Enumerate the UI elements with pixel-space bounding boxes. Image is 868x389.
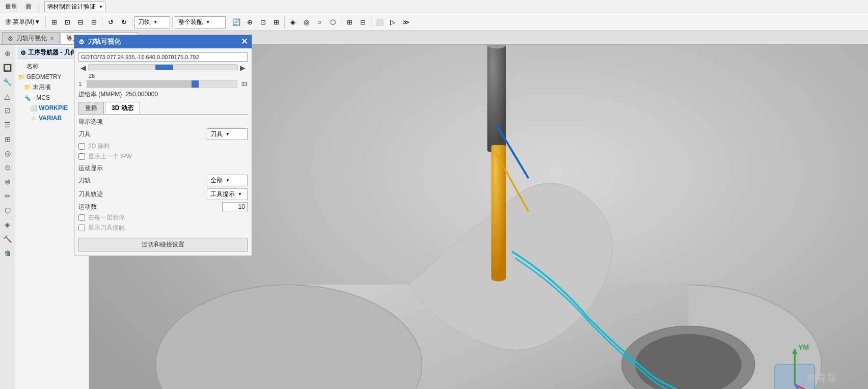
tab-toolpath-close[interactable]: ✕ (50, 36, 54, 41)
menu-main[interactable]: 雪·菜单(M)▼ (2, 17, 43, 27)
motion-count-row: 运动数 (78, 202, 248, 211)
sidebar-icon-1[interactable]: ⊕ (1, 47, 14, 60)
nav-header-text: 工序导航器 - 几何 (28, 48, 76, 57)
motion-count-input[interactable] (222, 202, 248, 211)
toolbar-btn-1[interactable]: ⊞ (48, 16, 60, 29)
watermark-text: 教育版 (807, 372, 837, 384)
sidebar-icon-3[interactable]: △ (1, 90, 14, 103)
dialog-title-text: 刀轨可视化 (88, 37, 121, 46)
app-title-dropdown[interactable]: 增材制造设计验证 (44, 2, 105, 12)
nav-workpie-label: WORKPIE (39, 104, 68, 112)
toolbar-btn-4[interactable]: ⊞ (88, 16, 100, 29)
sep1 (45, 17, 46, 28)
sidebar-icon-12[interactable]: ◈ (1, 218, 14, 231)
checkbox-ipw-input[interactable] (78, 153, 85, 160)
toolbar-btn-11[interactable]: ◈ (287, 16, 299, 29)
face-dropdown[interactable]: 面 (23, 2, 34, 12)
sidebar-icon-11[interactable]: ⬡ (1, 204, 14, 217)
toolpath-dropdown[interactable]: 刀轨 (134, 16, 170, 29)
dialog-close-btn[interactable]: ✕ (241, 38, 248, 46)
checkbox-2d-input[interactable] (78, 143, 85, 150)
toolbar-btn-3[interactable]: ⊟ (74, 16, 87, 29)
tab-3d-dynamic[interactable]: 3D 动态 (105, 102, 140, 114)
toolbar-btn-8[interactable]: ⊕ (243, 16, 256, 29)
h-scroll-track[interactable] (88, 64, 238, 70)
h-scroll-thumb (155, 65, 173, 70)
nav-unused-icon: 📁 (23, 84, 32, 92)
nav-geometry-icon: 📁 (17, 73, 25, 81)
checkbox-pause-row: 在每一层暂停 (78, 213, 248, 222)
tool-trace-dropdown[interactable]: 工具提示 (207, 188, 248, 200)
toolbar-btn-10[interactable]: ⊞ (270, 16, 282, 29)
toolbar-btn-19[interactable]: ≫ (400, 16, 412, 29)
sep7 (341, 17, 341, 28)
top-bar: 量里 面 增材制造设计验证 (0, 0, 868, 14)
sidebar-icon-8[interactable]: ⊙ (1, 161, 14, 174)
toolbar-btn-17[interactable]: ⬜ (373, 16, 386, 29)
sidebar-icon-5[interactable]: ☰ (1, 118, 14, 131)
scroll-right-btn[interactable]: ▶ (238, 64, 248, 72)
sep3 (132, 17, 132, 28)
nav-workpie-icon: ⬜ (30, 104, 38, 112)
sep8 (371, 17, 371, 28)
checkbox-pause-input[interactable] (78, 214, 85, 221)
sidebar-icon-13[interactable]: 🔨 (1, 232, 14, 245)
checkbox-2d-label: 2D 除料 (88, 142, 110, 151)
toolbar-btn-15[interactable]: ⊞ (343, 16, 356, 29)
toolbar-btn-7[interactable]: 🔄 (230, 16, 242, 29)
checkbox-contact-input[interactable] (78, 225, 85, 231)
nav-geometry-label: GEOMETRY (26, 73, 61, 80)
dialog-tabs: 重播 3D 动态 (78, 102, 248, 115)
dialog-body: GOTO/73.077,24.935,-16.640,0.0070175,0.7… (74, 48, 252, 256)
toolbar-btn-5[interactable]: ↺ (104, 16, 117, 29)
slider-max-label: 33 (239, 81, 248, 87)
toolbar-btn-13[interactable]: ○ (313, 16, 326, 29)
display-section-label: 显示选项 (78, 118, 248, 126)
tool-tip (491, 275, 506, 282)
dialog-title-left: ⚙ 刀轨可视化 (78, 37, 121, 46)
toolbar-btn-16[interactable]: ⊟ (357, 16, 369, 29)
nav-variab-label: VARIAB (39, 115, 62, 122)
tool-dropdown[interactable]: 刀具 (207, 128, 248, 140)
toolpath-dropdown-small[interactable]: 全部 (207, 175, 248, 186)
goto-text-field[interactable]: GOTO/73.077,24.935,-16.640,0.0070175,0.7… (78, 52, 248, 62)
sidebar-icon-4[interactable]: ⊡ (1, 104, 14, 117)
toolbar-btn-9[interactable]: ⊡ (257, 16, 269, 29)
toolbar-btn-6[interactable]: ↻ (118, 16, 130, 29)
checkbox-ipw-row: 显示上一个 IPW (78, 152, 248, 161)
sidebar-icons: ⊕ 🔲 🔧 △ ⊡ ☰ ⊞ ◎ ⊙ ⊜ ✏ ⬡ ◈ 🔨 🗑 (0, 45, 15, 389)
slider-thumb[interactable] (192, 80, 199, 88)
sidebar-icon-6[interactable]: ⊞ (1, 132, 14, 146)
nav-variab-icon: ⚠ (30, 114, 38, 122)
checkbox-contact-row: 显示刀具接触 (78, 224, 248, 232)
motion-count-label: 运动数 (78, 203, 97, 211)
dialog-title-bar[interactable]: ⚙ 刀轨可视化 ✕ (74, 35, 252, 48)
nav-name-icon (17, 63, 25, 71)
nav-mcs-label: - MCS (33, 94, 50, 101)
tab-toolpath-vis[interactable]: ⚙ 刀轨可视化 ✕ (2, 32, 60, 44)
slider-track[interactable] (87, 80, 237, 88)
tool-row: 刀具 刀具 (78, 128, 248, 140)
checkbox-pause-label: 在每一层暂停 (88, 213, 125, 222)
tool-label: 刀具 (78, 130, 91, 138)
svg-text:YM: YM (798, 343, 809, 351)
sidebar-icon-7[interactable]: ◎ (1, 147, 14, 160)
checkbox-contact-label: 显示刀具接触 (88, 224, 125, 232)
nav-mcs-icon: 🔩 (23, 94, 32, 102)
toolbar-btn-12[interactable]: ◎ (300, 16, 312, 29)
tool-body (491, 145, 506, 278)
nav-unused-label: 未用项 (33, 83, 51, 92)
tab-replay[interactable]: 重播 (78, 102, 104, 114)
toolbar-btn-18[interactable]: ▷ (387, 16, 399, 29)
assembly-dropdown[interactable]: 整个装配 (175, 16, 226, 29)
overcut-btn[interactable]: 过切和碰撞设置 (78, 238, 248, 252)
sidebar-icon-9[interactable]: ⊜ (1, 175, 14, 188)
sidebar-icon-10[interactable]: ✏ (1, 189, 14, 203)
toolbar-btn-2[interactable]: ⊡ (61, 16, 73, 29)
sidebar-icon-14[interactable]: 🗑 (1, 246, 14, 260)
sidebar-icon-2[interactable]: 🔲 (1, 61, 14, 74)
sidebar-icon-tool[interactable]: 🔧 (1, 75, 14, 89)
view-dropdown[interactable]: 量里 (3, 2, 19, 12)
scroll-left-btn[interactable]: ◀ (78, 64, 88, 72)
toolbar-btn-14[interactable]: ⬡ (327, 16, 339, 29)
